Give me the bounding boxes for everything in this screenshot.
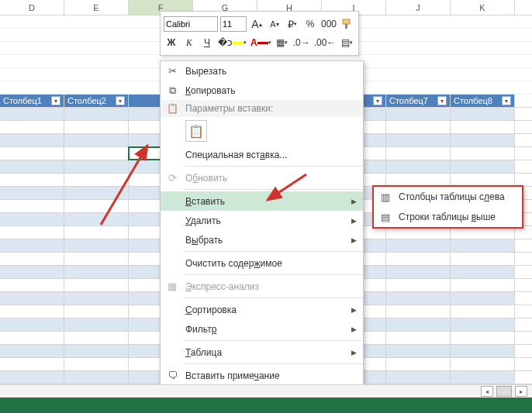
menu-select[interactable]: Выбрать▶ [161, 230, 363, 250]
menu-paste-special[interactable]: Специальная вставка... [161, 145, 363, 164]
menu-label: Вставить [185, 196, 225, 207]
underline-button[interactable]: Ч [199, 35, 215, 50]
menu-separator [184, 274, 363, 275]
menu-sort[interactable]: Сортировка▶ [161, 300, 363, 319]
filter-dropdown-icon[interactable]: ▾ [116, 96, 125, 105]
filter-dropdown-icon[interactable]: ▾ [437, 96, 447, 105]
borders-button[interactable]: ▦▾ [275, 35, 290, 50]
submenu-arrow-icon: ▶ [351, 325, 357, 333]
filter-dropdown-icon[interactable]: ▾ [502, 96, 511, 105]
increase-decimal-button[interactable]: .0→ [292, 35, 311, 50]
font-family-select[interactable] [164, 16, 218, 32]
context-menu: ✂Вырезать ⧉Копировать 📋Параметры вставки… [160, 60, 364, 413]
submenu-arrow-icon: ▶ [351, 236, 357, 244]
menu-label: Параметры вставки: [185, 103, 273, 114]
svg-rect-0 [343, 19, 350, 24]
col-header-D[interactable]: D [0, 0, 64, 15]
scroll-left-button[interactable]: ◂ [481, 386, 493, 397]
merge-center-button[interactable]: ▤▾ [339, 35, 354, 50]
col-header-E[interactable]: E [64, 0, 129, 15]
scroll-thumb[interactable] [496, 386, 512, 397]
menu-label: Столбцы таблицы слева [399, 191, 505, 202]
scissors-icon: ✂ [165, 65, 179, 77]
filter-dropdown-icon[interactable]: ▾ [51, 96, 60, 105]
menu-copy[interactable]: ⧉Копировать [161, 81, 363, 100]
submenu-arrow-icon: ▶ [351, 217, 357, 225]
menu-label: Очистить содержимое [185, 258, 282, 269]
copy-icon: ⧉ [165, 84, 179, 97]
font-color-button[interactable]: A▾ [250, 35, 272, 50]
menu-separator [184, 189, 363, 190]
status-bar [0, 398, 532, 413]
menu-clear-contents[interactable]: Очистить содержимое [161, 253, 363, 273]
submenu-insert-columns-left[interactable]: ▥Столбцы таблицы слева [374, 187, 522, 207]
refresh-icon: ⟳ [165, 172, 179, 184]
submenu-arrow-icon: ▶ [351, 198, 357, 205]
bold-button[interactable]: Ж [164, 35, 179, 50]
comma-format-button[interactable]: 000 [320, 16, 337, 32]
menu-separator [184, 251, 363, 252]
menu-separator [184, 166, 363, 167]
col-header-K[interactable]: K [451, 0, 515, 15]
menu-label: Таблица [185, 347, 222, 358]
table-header-cell[interactable]: Столбец1▾ [0, 95, 64, 107]
menu-label: Экспресс-анализ [185, 281, 259, 292]
menu-label: Фильтр [185, 324, 216, 335]
filter-dropdown-icon[interactable]: ▾ [373, 96, 382, 105]
menu-separator [184, 363, 363, 364]
menu-label: Вырезать [185, 66, 226, 77]
menu-quick-analysis: ▦Экспресс-анализ [161, 277, 363, 296]
menu-label: Удалить [185, 215, 221, 226]
accounting-format-button[interactable]: ₽▾ [285, 16, 300, 32]
menu-refresh: ⟳Обновить [161, 168, 363, 188]
format-painter-button[interactable] [340, 16, 355, 32]
percent-format-button[interactable]: % [302, 16, 318, 32]
svg-rect-1 [345, 24, 347, 29]
menu-separator [184, 298, 363, 298]
table-header-cell[interactable]: Столбец2▾ [64, 95, 129, 107]
menu-label: Специальная вставка... [185, 150, 287, 160]
table-header-cell[interactable]: Столбец7▾ [386, 95, 451, 107]
paste-option-button[interactable]: 📋 [185, 120, 207, 142]
scroll-right-button[interactable]: ▸ [515, 386, 527, 397]
table-header-label: Столбец8 [454, 96, 492, 105]
menu-label: Сортировка [185, 305, 237, 315]
quick-analysis-icon: ▦ [165, 280, 179, 292]
italic-button[interactable]: К [181, 35, 197, 50]
submenu-arrow-icon: ▶ [351, 306, 357, 314]
menu-label: Копировать [185, 85, 236, 96]
fill-color-button[interactable]: �ↄ▾ [217, 35, 247, 50]
menu-delete[interactable]: Удалить▶ [161, 211, 363, 230]
decrease-decimal-button[interactable]: .00← [313, 35, 337, 50]
decrease-font-button[interactable]: A▾ [267, 16, 282, 32]
menu-paste-options-label: 📋Параметры вставки: [161, 100, 363, 117]
menu-cut[interactable]: ✂Вырезать [161, 61, 363, 81]
menu-filter[interactable]: Фильтр▶ [161, 319, 363, 339]
insert-columns-icon: ▥ [378, 191, 392, 203]
col-header-J[interactable]: J [386, 0, 451, 15]
increase-font-button[interactable]: A▴ [249, 16, 264, 32]
menu-table[interactable]: Таблица▶ [161, 342, 363, 362]
menu-insert[interactable]: Вставить▶ [161, 191, 363, 211]
table-header-label: Столбец1 [3, 96, 42, 105]
menu-label: Обновить [185, 173, 227, 184]
comment-icon: 🗨 [165, 370, 179, 381]
font-size-select[interactable] [220, 16, 247, 32]
paste-options-row: 📋 [161, 117, 363, 145]
menu-insert-comment[interactable]: 🗨Вставить примечание [161, 366, 363, 385]
insert-submenu: ▥Столбцы таблицы слева ▤Строки таблицы в… [372, 185, 523, 229]
table-header-cell[interactable]: Столбец8▾ [451, 95, 515, 107]
table-header-label: Столбец7 [389, 96, 428, 105]
paste-icon: 📋 [165, 103, 179, 114]
table-header-label: Столбец2 [67, 96, 106, 105]
insert-rows-icon: ▤ [378, 212, 392, 223]
menu-label: Вставить примечание [185, 370, 280, 381]
submenu-insert-rows-above[interactable]: ▤Строки таблицы выше [374, 207, 522, 227]
menu-label: Выбрать [185, 235, 223, 246]
horizontal-scrollbar[interactable]: ◂ ▸ [0, 384, 532, 398]
menu-label: Строки таблицы выше [399, 212, 496, 222]
mini-toolbar: A▴ A▾ ₽▾ % 000 Ж К Ч �ↄ▾ A▾ ▦▾ .0→ .00← … [160, 11, 359, 56]
submenu-arrow-icon: ▶ [351, 349, 357, 356]
menu-separator [184, 340, 363, 341]
